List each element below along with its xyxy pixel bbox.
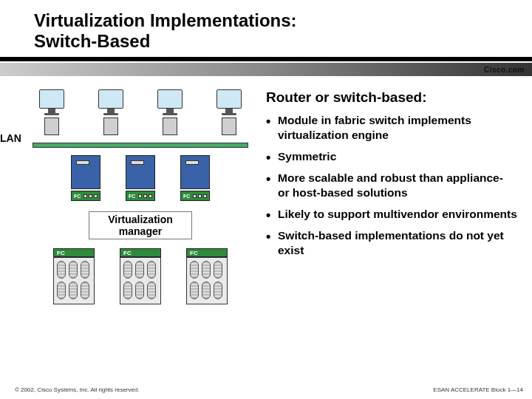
subhead: Router or switch-based: xyxy=(266,89,517,106)
cisco-brand: Cisco.com xyxy=(484,66,525,74)
bullet-item: More scalable and robust than appliance-… xyxy=(266,171,517,200)
bullet-list: Module in fabric switch implements virtu… xyxy=(266,113,517,257)
footer: © 2002, Cisco Systems, Inc. All rights r… xyxy=(15,386,523,393)
virtualization-manager-label: Virtualization manager xyxy=(89,211,192,239)
title-underline xyxy=(0,57,532,61)
bullet-item: Switch-based implementations do not yet … xyxy=(266,228,517,257)
content-row: LAN FC FC FC Virtualization manager xyxy=(0,76,532,304)
bullet-item: Symmetric xyxy=(266,149,517,163)
workstation-icon xyxy=(152,89,188,135)
fc-label: FC xyxy=(190,250,198,256)
title-line-2: Switch-Based xyxy=(34,31,532,52)
fc-label: FC xyxy=(57,250,65,256)
workstation-icon xyxy=(211,89,247,135)
storage-array-icon: FC xyxy=(115,248,166,304)
title-line-1: Virtualization Implementations: xyxy=(34,10,532,31)
copyright: © 2002, Cisco Systems, Inc. All rights r… xyxy=(15,386,140,393)
title-area: Virtualization Implementations: Switch-B… xyxy=(0,0,532,54)
server-row: FC FC FC xyxy=(30,152,251,207)
workstation-icon xyxy=(93,89,129,135)
bullet-item: Likely to support multivendor environmen… xyxy=(266,207,517,221)
lan-bar-icon xyxy=(33,143,248,148)
fc-label: FC xyxy=(74,194,81,199)
workstation-row xyxy=(30,89,251,141)
diagram: LAN FC FC FC Virtualization manager xyxy=(30,89,251,304)
storage-array-icon: FC xyxy=(48,248,100,304)
storage-array-icon: FC xyxy=(181,248,233,304)
brand-band: Cisco.com xyxy=(0,63,532,76)
slide-number: ESAN ACCELERATE Block 1—14 xyxy=(433,386,523,393)
server-icon: FC xyxy=(120,155,160,201)
workstation-icon xyxy=(34,89,69,135)
server-icon: FC xyxy=(66,155,106,201)
fc-label: FC xyxy=(129,194,135,199)
lan-label: LAN xyxy=(0,132,21,144)
server-icon: FC xyxy=(175,155,215,201)
bullet-item: Module in fabric switch implements virtu… xyxy=(266,113,517,142)
text-column: Router or switch-based: Module in fabric… xyxy=(251,89,517,304)
fc-label: FC xyxy=(183,194,190,199)
fc-label: FC xyxy=(123,250,132,256)
storage-row: FC FC FC xyxy=(30,245,251,304)
